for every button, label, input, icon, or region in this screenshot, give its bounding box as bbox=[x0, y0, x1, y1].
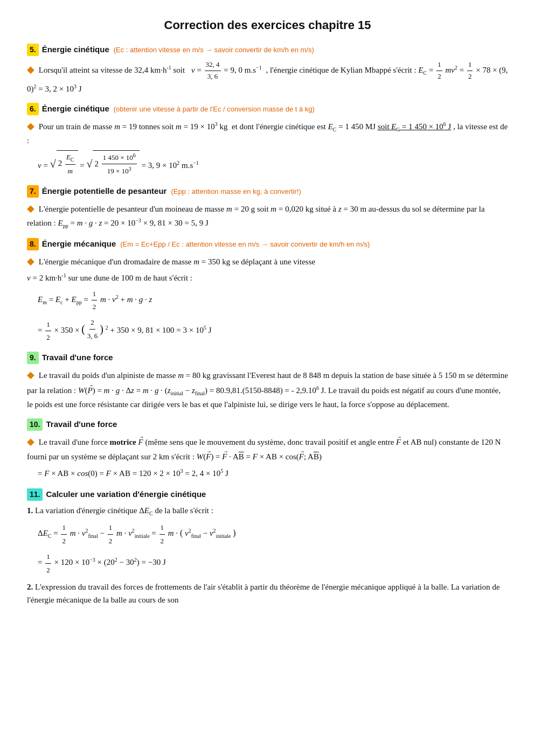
section-10-title: Travail d'une force bbox=[46, 418, 117, 431]
section-7-title: Énergie potentielle de pesanteur bbox=[42, 185, 167, 198]
page-title: Correction des exercices chapitre 15 bbox=[27, 16, 508, 34]
section-9-title: Travail d'une force bbox=[42, 352, 113, 364]
section-5-content: ◆ Lorsqu'il atteint sa vitesse de 32,4 k… bbox=[27, 59, 508, 95]
bullet-8: ◆ bbox=[27, 256, 34, 267]
section-8-math1: Em = Ec + Epp = 12 m · v2 + m · g · z bbox=[38, 288, 508, 313]
bullet-7: ◆ bbox=[27, 203, 34, 214]
badge-10: 10. bbox=[27, 418, 43, 431]
section-7-content: ◆ L'énergie potentielle de pesanteur d'u… bbox=[27, 201, 508, 230]
section-6-content: ◆ Pour un train de masse m = 19 tonnes s… bbox=[27, 118, 508, 147]
section-9: 9. Travail d'une force ◆ Le travail du p… bbox=[27, 352, 508, 411]
section-10: 10. Travail d'une force ◆ Le travail d'u… bbox=[27, 418, 508, 481]
section-6-hint: (obtenir une vitesse à partir de l'Ec / … bbox=[114, 104, 315, 115]
section-10-math: = F × AB × cos(0) = F × AB = 120 × 2 × 1… bbox=[38, 466, 508, 481]
section-8-title: Énergie mécanique bbox=[42, 238, 116, 250]
section-11-sub1: 1. La variation d'énergie cinétique ΔEC … bbox=[27, 504, 508, 576]
section-6: 6. Énergie cinétique (obtenir une vitess… bbox=[27, 103, 508, 178]
section-9-header: 9. Travail d'une force bbox=[27, 352, 508, 364]
section-7-header: 7. Énergie potentielle de pesanteur (Epp… bbox=[27, 185, 508, 198]
badge-11: 11. bbox=[27, 488, 43, 501]
section-5-hint: (Ec : attention vitesse en m/s → savoir … bbox=[114, 45, 314, 55]
bullet-5: ◆ bbox=[27, 64, 34, 75]
section-9-content: ◆ Le travail du poids d'un alpiniste de … bbox=[27, 367, 508, 411]
bullet-9: ◆ bbox=[27, 369, 34, 380]
badge-6: 6. bbox=[27, 103, 39, 115]
section-11-math2: = 12 × 120 × 10−3 × (202 − 302) = −30 J bbox=[38, 550, 508, 576]
badge-5: 5. bbox=[27, 44, 39, 56]
badge-8: 8. bbox=[27, 238, 39, 250]
section-11-title: Calculer une variation d'énergie cinétiq… bbox=[46, 488, 206, 501]
section-11-sub2-content: 2. L'expression du travail des forces de… bbox=[27, 580, 508, 606]
section-8: 8. Énergie mécanique (Em = Ec+Epp / Ec :… bbox=[27, 238, 508, 344]
section-6-math: v = √ 2 ECm = √ 2 1 450 × 106 19 × 103 =… bbox=[38, 150, 508, 178]
section-5: 5. Énergie cinétique (Ec : attention vit… bbox=[27, 44, 508, 95]
section-7: 7. Énergie potentielle de pesanteur (Epp… bbox=[27, 185, 508, 230]
section-8-content2: v = 2 km·h-1 sur une dune de 100 m de ha… bbox=[27, 271, 508, 284]
section-11-header: 11. Calculer une variation d'énergie cin… bbox=[27, 488, 508, 501]
section-10-header: 10. Travail d'une force bbox=[27, 418, 508, 431]
section-11-sub2: 2. L'expression du travail des forces de… bbox=[27, 580, 508, 606]
section-8-hint: (Em = Ec+Epp / Ec : attention vitesse en… bbox=[120, 239, 370, 250]
section-6-title: Énergie cinétique bbox=[42, 103, 109, 115]
section-7-hint: (Epp : attention masse en kg, à converti… bbox=[171, 186, 301, 197]
section-8-header: 8. Énergie mécanique (Em = Ec+Epp / Ec :… bbox=[27, 238, 508, 250]
section-11: 11. Calculer une variation d'énergie cin… bbox=[27, 488, 508, 606]
bullet-6: ◆ bbox=[27, 121, 34, 131]
section-5-title: Énergie cinétique bbox=[42, 44, 109, 56]
bullet-10: ◆ bbox=[27, 436, 34, 447]
section-5-header: 5. Énergie cinétique (Ec : attention vit… bbox=[27, 44, 508, 56]
section-11-sub1-label: 1. La variation d'énergie cinétique ΔEC … bbox=[27, 504, 508, 518]
section-10-content1: ◆ Le travail d'une force motrice F⃗ (mêm… bbox=[27, 434, 508, 464]
section-8-content1: ◆ L'énergie mécanique d'un dromadaire de… bbox=[27, 254, 508, 269]
badge-7: 7. bbox=[27, 185, 39, 198]
badge-9: 9. bbox=[27, 352, 39, 364]
section-11-math1: ΔEC = 12 m · v2final − 12 m · v2initiale… bbox=[38, 521, 508, 547]
section-8-math2: = 12 × 350 × ( 23, 6 ) 2 + 350 × 9, 81 ×… bbox=[38, 316, 508, 344]
section-6-header: 6. Énergie cinétique (obtenir une vitess… bbox=[27, 103, 508, 115]
